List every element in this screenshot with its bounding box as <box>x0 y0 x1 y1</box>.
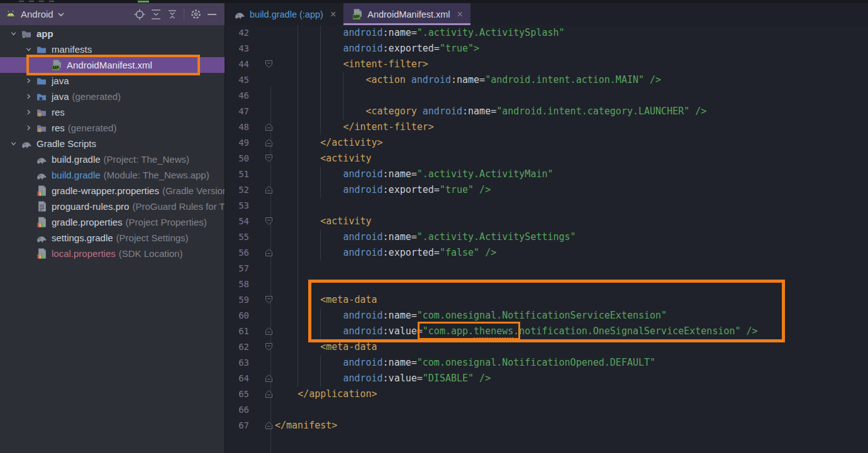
fold-end-icon[interactable] <box>265 421 273 430</box>
fold-end-icon[interactable] <box>265 327 273 336</box>
tree-chevron-down-icon[interactable] <box>6 30 20 37</box>
tree-item-gradle-wrapper-properties-gradle-version[interactable]: gradle-wrapper.properties (Gradle Versio… <box>0 183 225 199</box>
tree-chevron-right-icon[interactable] <box>21 93 35 100</box>
code-line-62: 62 <meta-data <box>225 339 868 355</box>
fold-start-icon[interactable] <box>265 60 273 68</box>
tree-chevron-right-icon[interactable] <box>21 77 35 84</box>
tree-item-gradle-properties-project-properties[interactable]: gradle.properties (Project Properties) <box>0 214 225 230</box>
code-text[interactable]: android:name="com.onesignal.Notification… <box>275 308 667 324</box>
code-text[interactable]: android:exported="true"> <box>275 41 479 57</box>
tree-item-suffix: (Gradle Version) <box>162 185 225 196</box>
code-line-58: 58 <box>225 276 868 292</box>
tree-item-build-gradle-project-the-news[interactable]: build.gradle (Project: The_News) <box>0 151 225 167</box>
code-text[interactable]: </intent-filter> <box>275 119 434 135</box>
code-text[interactable]: <activity <box>275 151 372 166</box>
tree-item-java-generated[interactable]: java (generated) <box>0 89 225 104</box>
code-text[interactable]: <intent-filter> <box>275 57 428 72</box>
fold-end-icon[interactable] <box>265 123 273 131</box>
line-number: 61 <box>225 324 249 339</box>
locate-file-button[interactable] <box>131 6 148 23</box>
tree-chevron-down-icon[interactable] <box>6 140 20 147</box>
tree-item-java[interactable]: java <box>0 73 225 89</box>
code-text[interactable]: android:name=".activity.ActivityMain" <box>275 166 554 182</box>
fold-end-icon[interactable] <box>265 248 273 257</box>
close-icon[interactable]: × <box>457 9 463 19</box>
tree-item-androidmanifest-xml[interactable]: MFAndroidManifest.xml <box>0 57 225 73</box>
code-text[interactable]: <meta-data <box>275 292 377 308</box>
gutter <box>249 214 275 229</box>
window-top-strip <box>0 0 868 3</box>
tree-chevron-down-icon[interactable] <box>21 46 35 53</box>
code-line-44: 44 <intent-filter> <box>225 57 868 72</box>
toolbar-edge-mark <box>19 1 24 2</box>
tree-item-local-properties-sdk-location[interactable]: local.properties (SDK Location) <box>0 246 225 261</box>
code-text[interactable]: </manifest> <box>275 418 337 434</box>
tree-item-manifests[interactable]: manifests <box>0 41 225 57</box>
settings-button[interactable] <box>187 6 204 23</box>
fold-end-icon[interactable] <box>265 185 273 194</box>
code-text[interactable]: <category android:name="android.intent.c… <box>275 104 706 119</box>
code-text[interactable]: <action android:name="android.intent.act… <box>275 72 661 88</box>
fold-start-icon[interactable] <box>265 342 273 351</box>
fold-start-icon[interactable] <box>265 295 273 304</box>
code-line-43: 43 android:exported="true"> <box>225 41 868 57</box>
gutter <box>249 386 275 402</box>
svg-text:MF: MF <box>52 65 59 70</box>
properties-file-icon <box>35 185 48 196</box>
fold-start-icon[interactable] <box>265 154 273 163</box>
tree-item-label: build.gradle <box>52 170 101 180</box>
code-text[interactable]: android:exported="false" /> <box>275 245 496 261</box>
gutter <box>249 72 275 88</box>
code-text[interactable]: android:name=".activity.ActivitySettings… <box>275 229 576 245</box>
close-icon[interactable]: × <box>330 9 336 19</box>
tree-item-label: app <box>36 28 53 39</box>
code-line-42: 42 android:name=".activity.ActivitySplas… <box>225 25 868 41</box>
fold-end-icon[interactable] <box>265 138 273 147</box>
tree-item-settings-gradle-project-settings[interactable]: settings.gradle (Project Settings) <box>0 230 225 246</box>
code-text[interactable]: android:value="com.app.thenews.notificat… <box>275 324 758 339</box>
code-line-55: 55 android:name=".activity.ActivitySetti… <box>225 229 868 245</box>
tree-item-suffix: (ProGuard Rules for The_News.app) <box>132 201 225 212</box>
tree-item-label: gradle-wrapper.properties <box>52 185 159 196</box>
tree-item-app[interactable]: app <box>0 26 225 41</box>
line-number: 66 <box>225 402 249 418</box>
gutter <box>249 25 275 41</box>
line-number: 64 <box>225 371 249 386</box>
tree-item-gradle-scripts[interactable]: Gradle Scripts <box>0 136 225 151</box>
code-line-51: 51 android:name=".activity.ActivityMain" <box>225 166 868 182</box>
gutter <box>249 245 275 261</box>
gradle-icon <box>20 139 33 148</box>
tab-build-gradle-app[interactable]: build.gradle (:app)× <box>225 3 343 25</box>
editor-tab-bar: build.gradle (:app)×MFAndroidManifest.xm… <box>225 3 868 25</box>
tree-item-build-gradle-module-the-news-app[interactable]: build.gradle (Module: The_News.app) <box>0 167 225 183</box>
code-text[interactable]: android:name="com.onesignal.Notification… <box>275 355 655 371</box>
run-indicator-mark <box>138 1 149 3</box>
fold-end-icon[interactable] <box>265 374 273 383</box>
code-editor[interactable]: 42 android:name=".activity.ActivitySplas… <box>225 25 868 453</box>
code-text[interactable]: android:value="DISABLE" /> <box>275 371 491 386</box>
tree-item-res[interactable]: res <box>0 104 225 120</box>
panel-editor-divider[interactable] <box>225 3 225 453</box>
fold-start-icon[interactable] <box>265 217 273 226</box>
tree-item-res-generated[interactable]: res (generated) <box>0 120 225 136</box>
tab-androidmanifest-xml[interactable]: MFAndroidManifest.xml× <box>343 3 470 25</box>
code-text[interactable]: <meta-data <box>275 339 377 355</box>
code-text[interactable]: android:exported="true" /> <box>275 182 491 198</box>
code-text[interactable]: </application> <box>275 386 377 402</box>
code-text[interactable]: <activity <box>275 214 372 229</box>
project-view-selector[interactable]: Android <box>5 9 64 19</box>
fold-end-icon[interactable] <box>265 390 273 398</box>
expand-all-button[interactable] <box>148 6 164 23</box>
code-text[interactable]: </activity> <box>275 135 383 151</box>
code-line-53: 53 <box>225 198 868 214</box>
tree-item-proguard-rules-pro-proguard-rules-for-the-news-app[interactable]: proguard-rules.pro (ProGuard Rules for T… <box>0 199 225 214</box>
app-folder-icon <box>20 29 33 39</box>
tree-chevron-right-icon[interactable] <box>21 109 35 116</box>
tree-chevron-right-icon[interactable] <box>21 124 35 131</box>
tree-item-label: res <box>52 123 65 133</box>
collapse-all-button[interactable] <box>164 6 181 23</box>
gutter <box>249 135 275 151</box>
code-text[interactable]: android:name=".activity.ActivitySplash" <box>275 25 565 41</box>
gear-icon <box>190 8 202 20</box>
hide-panel-button[interactable] <box>204 6 220 23</box>
